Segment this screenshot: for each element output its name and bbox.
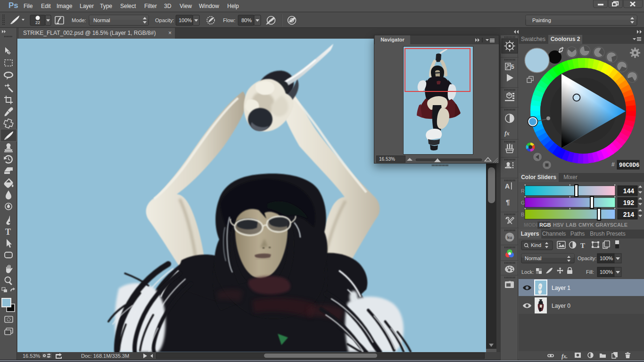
svg-text:100%: 100% (600, 269, 613, 275)
svg-text:Mode:: Mode: (72, 17, 86, 23)
svg-text:T: T (580, 242, 585, 249)
svg-text:RGB: RGB (539, 222, 551, 228)
svg-text:CMYK: CMYK (578, 222, 594, 228)
svg-text:100%: 100% (179, 17, 192, 23)
svg-text:214: 214 (623, 211, 635, 218)
svg-text:B: B (521, 212, 524, 217)
svg-text:80%: 80% (241, 17, 252, 23)
svg-text:fx.: fx. (561, 353, 568, 360)
svg-text:144: 144 (623, 187, 635, 195)
svg-text:Layer 1: Layer 1 (552, 285, 570, 291)
svg-text:fx: fx (504, 130, 510, 137)
svg-text:HSV: HSV (553, 222, 564, 228)
svg-text:22: 22 (35, 20, 40, 25)
svg-text:Opacity:: Opacity: (578, 255, 596, 261)
svg-text:MODE: MODE (524, 222, 539, 228)
svg-text:Lock:: Lock: (521, 269, 534, 275)
svg-text:Opacity:: Opacity: (155, 17, 174, 23)
svg-text:R: R (521, 188, 525, 194)
svg-text:Fill:: Fill: (586, 269, 594, 275)
svg-text:LAB: LAB (566, 222, 577, 228)
svg-text:A: A (505, 182, 510, 190)
svg-text:90C0D6: 90C0D6 (619, 162, 639, 169)
svg-text:¶: ¶ (506, 198, 510, 206)
svg-text:Kind: Kind (531, 242, 541, 248)
svg-text:GRAYSCALE: GRAYSCALE (595, 222, 627, 228)
svg-text:Normal: Normal (525, 255, 541, 261)
svg-text:100%: 100% (600, 255, 613, 261)
svg-text:5: 5 (511, 64, 514, 70)
svg-text:T: T (5, 227, 11, 237)
svg-text:Flow:: Flow: (223, 17, 235, 23)
svg-text:192: 192 (623, 199, 635, 206)
svg-text:G: G (521, 200, 525, 206)
svg-text:Painting: Painting (532, 17, 551, 23)
svg-text:Normal: Normal (93, 17, 110, 23)
svg-text:ku: ku (507, 235, 512, 240)
svg-text:Layer 0: Layer 0 (552, 303, 570, 309)
svg-text:#: # (611, 161, 615, 168)
